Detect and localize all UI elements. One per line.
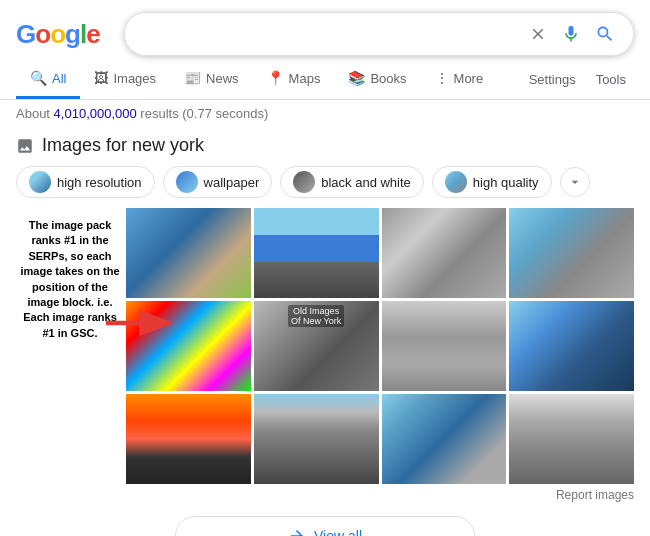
all-icon: 🔍 bbox=[30, 70, 47, 86]
logo-e: e bbox=[86, 19, 99, 50]
tab-news-label: News bbox=[206, 71, 239, 86]
image-6-label: Old ImagesOf New York bbox=[288, 305, 344, 327]
chip-bw-thumbnail bbox=[293, 171, 315, 193]
image-12[interactable] bbox=[509, 394, 634, 484]
tab-more-label: More bbox=[454, 71, 484, 86]
search-icons bbox=[527, 22, 617, 46]
image-section-header: Images for new york bbox=[16, 135, 634, 156]
image-grid-wrapper: The image pack ranks #1 in the SERPs, so… bbox=[16, 208, 634, 484]
expand-chips-button[interactable] bbox=[560, 167, 590, 197]
image-4[interactable] bbox=[509, 208, 634, 298]
logo-o1: o bbox=[35, 19, 50, 50]
chevron-down-icon bbox=[567, 174, 583, 190]
arrow-indicator bbox=[106, 308, 176, 341]
tab-books[interactable]: 📚 Books bbox=[334, 60, 420, 99]
settings-link[interactable]: Settings bbox=[521, 62, 584, 97]
chip-hq-label: high quality bbox=[473, 175, 539, 190]
view-all-button[interactable]: View all bbox=[175, 516, 475, 536]
voice-search-button[interactable] bbox=[559, 22, 583, 46]
tab-maps[interactable]: 📍 Maps bbox=[253, 60, 335, 99]
tab-all-label: All bbox=[52, 71, 66, 86]
news-icon: 📰 bbox=[184, 70, 201, 86]
chip-black-and-white[interactable]: black and white bbox=[280, 166, 424, 198]
image-section: Images for new york high resolution wall… bbox=[0, 127, 650, 536]
report-images[interactable]: Report images bbox=[126, 484, 634, 506]
chip-high-quality[interactable]: high quality bbox=[432, 166, 552, 198]
search-icon bbox=[595, 24, 615, 44]
image-10[interactable] bbox=[254, 394, 379, 484]
tab-maps-label: Maps bbox=[289, 71, 321, 86]
images-icon: 🖼 bbox=[94, 70, 108, 86]
logo-g2: g bbox=[65, 19, 80, 50]
clear-icon bbox=[529, 25, 547, 43]
arrow-right-icon bbox=[288, 527, 306, 536]
tab-more[interactable]: ⋮ More bbox=[421, 60, 498, 99]
image-6[interactable]: Old ImagesOf New York bbox=[254, 301, 379, 391]
tools-link[interactable]: Tools bbox=[588, 62, 634, 97]
chip-high-resolution[interactable]: high resolution bbox=[16, 166, 155, 198]
image-3[interactable] bbox=[382, 208, 507, 298]
clear-search-button[interactable] bbox=[527, 23, 549, 45]
image-grid: Old ImagesOf New York bbox=[126, 208, 634, 484]
microphone-icon bbox=[561, 24, 581, 44]
tab-books-label: Books bbox=[370, 71, 406, 86]
settings-tools: Settings Tools bbox=[521, 62, 634, 97]
image-11[interactable] bbox=[382, 394, 507, 484]
results-count-link[interactable]: 4,010,000,000 bbox=[54, 106, 137, 121]
chip-hr-thumbnail bbox=[29, 171, 51, 193]
header: Google new york photos bbox=[0, 0, 650, 56]
logo-g1: G bbox=[16, 19, 35, 50]
filter-chips: high resolution wallpaper black and whit… bbox=[16, 166, 634, 198]
search-input[interactable]: new york photos bbox=[141, 25, 527, 43]
maps-icon: 📍 bbox=[267, 70, 284, 86]
results-info: About 4,010,000,000 results (0.77 second… bbox=[0, 100, 650, 127]
chip-bw-label: black and white bbox=[321, 175, 411, 190]
image-1[interactable] bbox=[126, 208, 251, 298]
chip-wp-thumbnail bbox=[176, 171, 198, 193]
image-2[interactable] bbox=[254, 208, 379, 298]
nav-tabs: 🔍 All 🖼 Images 📰 News 📍 Maps 📚 Books ⋮ M… bbox=[0, 60, 650, 100]
results-time: results (0.77 seconds) bbox=[137, 106, 269, 121]
image-7[interactable] bbox=[382, 301, 507, 391]
books-icon: 📚 bbox=[348, 70, 365, 86]
images-section-icon bbox=[16, 137, 34, 155]
search-bar[interactable]: new york photos bbox=[124, 12, 634, 56]
chip-wp-label: wallpaper bbox=[204, 175, 260, 190]
search-button[interactable] bbox=[593, 22, 617, 46]
chip-hr-label: high resolution bbox=[57, 175, 142, 190]
image-section-title: Images for new york bbox=[42, 135, 204, 156]
more-icon: ⋮ bbox=[435, 70, 449, 86]
view-all-label: View all bbox=[314, 528, 362, 536]
tab-all[interactable]: 🔍 All bbox=[16, 60, 80, 99]
image-9[interactable] bbox=[126, 394, 251, 484]
google-logo: Google bbox=[16, 19, 100, 50]
chip-hq-thumbnail bbox=[445, 171, 467, 193]
chip-wallpaper[interactable]: wallpaper bbox=[163, 166, 273, 198]
tab-news[interactable]: 📰 News bbox=[170, 60, 253, 99]
tab-images-label: Images bbox=[113, 71, 156, 86]
results-text: About bbox=[16, 106, 54, 121]
tab-images[interactable]: 🖼 Images bbox=[80, 60, 170, 99]
logo-o2: o bbox=[50, 19, 65, 50]
image-8[interactable] bbox=[509, 301, 634, 391]
